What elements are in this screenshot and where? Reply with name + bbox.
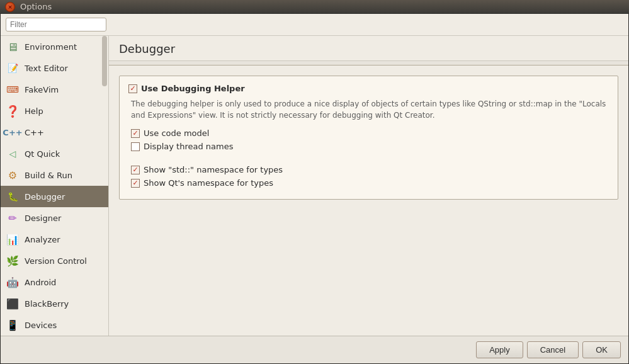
- debugger-icon: 🐛: [6, 190, 20, 203]
- display-thread-names-label[interactable]: Display thread names: [144, 142, 233, 151]
- qt-quick-icon: ◁: [6, 147, 20, 161]
- divider: [128, 155, 609, 161]
- sidebar-label-text-editor: Text Editor: [25, 64, 68, 73]
- fakevim-icon: ⌨: [6, 82, 20, 96]
- help-icon: ❓: [6, 104, 20, 118]
- sidebar-item-build-run[interactable]: ⚙Build & Run: [1, 164, 108, 186]
- sidebar-item-designer[interactable]: ✏Designer: [1, 207, 108, 229]
- display-thread-names-checkbox[interactable]: [131, 142, 140, 151]
- show-std-namespace-label[interactable]: Show "std::" namespace for types: [144, 165, 283, 174]
- blackberry-icon: ⬛: [6, 297, 20, 310]
- main-panel: Debugger Use Debugging Helper The debugg…: [109, 36, 628, 336]
- filter-bar: [1, 14, 628, 36]
- sidebar-label-android: Android: [25, 278, 56, 287]
- sidebar-label-version-control: Version Control: [25, 256, 87, 266]
- show-qt-namespace-row: Show Qt's namespace for types: [128, 178, 609, 188]
- cpp-icon: C++: [6, 125, 20, 139]
- show-std-namespace-checkbox[interactable]: [131, 166, 140, 174]
- tab-bar: [109, 61, 628, 65]
- sidebar-item-debugger[interactable]: 🐛Debugger: [1, 186, 108, 207]
- sidebar-item-devices[interactable]: 📱Devices: [1, 314, 108, 336]
- analyzer-icon: 📊: [6, 232, 20, 246]
- apply-button[interactable]: Apply: [476, 341, 523, 358]
- designer-icon: ✏: [6, 211, 20, 225]
- sidebar-item-help[interactable]: ❓Help: [1, 100, 108, 122]
- cancel-button[interactable]: Cancel: [527, 341, 579, 358]
- text-editor-icon: 📝: [6, 61, 20, 75]
- build-run-icon: ⚙: [6, 168, 20, 182]
- section-title: Use Debugging Helper: [141, 84, 245, 93]
- close-button[interactable]: ×: [5, 2, 15, 12]
- settings-box: Use Debugging Helper The debugging helpe…: [119, 76, 618, 200]
- page-title: Debugger: [109, 36, 628, 61]
- window-title: Options: [20, 2, 52, 11]
- show-qt-namespace-checkbox[interactable]: [131, 179, 140, 188]
- use-debugging-helper-checkbox[interactable]: [128, 84, 137, 93]
- sidebar: 🖥Environment📝Text Editor⌨FakeVim❓HelpC++…: [1, 36, 109, 336]
- sidebar-item-cpp[interactable]: C++C++: [1, 122, 108, 143]
- sidebar-label-environment: Environment: [25, 42, 77, 52]
- ok-button[interactable]: OK: [582, 341, 621, 358]
- show-std-namespace-row: Show "std::" namespace for types: [128, 165, 609, 174]
- sidebar-scrollbar[interactable]: [102, 36, 107, 86]
- display-thread-names-row: Display thread names: [128, 142, 609, 151]
- show-qt-namespace-label[interactable]: Show Qt's namespace for types: [144, 178, 273, 188]
- section-description: The debugging helper is only used to pro…: [128, 98, 609, 121]
- sidebar-label-help: Help: [25, 106, 43, 116]
- devices-icon: 📱: [6, 318, 20, 332]
- sidebar-label-fakevim: FakeVim: [25, 85, 59, 94]
- filter-input[interactable]: [6, 18, 106, 31]
- sidebar-label-blackberry: BlackBerry: [25, 299, 69, 309]
- bottom-bar: Apply Cancel OK: [1, 336, 628, 363]
- environment-icon: 🖥: [6, 40, 20, 54]
- use-code-model-checkbox[interactable]: [131, 129, 140, 138]
- sidebar-item-environment[interactable]: 🖥Environment: [1, 36, 108, 57]
- android-icon: 🤖: [6, 275, 20, 289]
- close-icon: ×: [8, 4, 13, 10]
- sidebar-label-devices: Devices: [25, 321, 57, 330]
- sidebar-label-designer: Designer: [25, 213, 61, 223]
- main-window: 🖥Environment📝Text Editor⌨FakeVim❓HelpC++…: [0, 13, 629, 364]
- settings-content: Use Debugging Helper The debugging helpe…: [109, 65, 628, 336]
- content-area: 🖥Environment📝Text Editor⌨FakeVim❓HelpC++…: [1, 36, 628, 336]
- sidebar-item-text-editor[interactable]: 📝Text Editor: [1, 57, 108, 79]
- sidebar-label-cpp: C++: [25, 128, 44, 137]
- section-header: Use Debugging Helper: [128, 84, 609, 93]
- sidebar-item-blackberry[interactable]: ⬛BlackBerry: [1, 293, 108, 314]
- sidebar-item-android[interactable]: 🤖Android: [1, 271, 108, 293]
- sidebar-label-debugger: Debugger: [25, 192, 65, 202]
- titlebar: × Options: [0, 0, 629, 13]
- sidebar-item-analyzer[interactable]: 📊Analyzer: [1, 229, 108, 250]
- sidebar-item-version-control[interactable]: 🌿Version Control: [1, 250, 108, 271]
- sidebar-label-qt-quick: Qt Quick: [25, 149, 60, 159]
- version-control-icon: 🌿: [6, 254, 20, 268]
- sidebar-item-qt-quick[interactable]: ◁Qt Quick: [1, 143, 108, 164]
- use-code-model-label[interactable]: Use code model: [144, 128, 209, 138]
- sidebar-label-analyzer: Analyzer: [25, 235, 60, 244]
- sidebar-item-fakevim[interactable]: ⌨FakeVim: [1, 79, 108, 100]
- use-code-model-row: Use code model: [128, 128, 609, 138]
- sidebar-label-build-run: Build & Run: [25, 171, 72, 180]
